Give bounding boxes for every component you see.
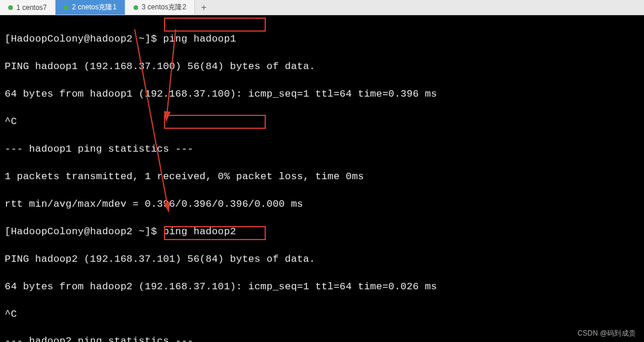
output-line: 64 bytes from hadoop1 (192.168.37.100): … [5,87,639,101]
status-dot-icon [64,5,68,10]
output-line: PING hadoop1 (192.168.37.100) 56(84) byt… [5,60,639,73]
tab-centos7[interactable]: 1 centos7 [0,0,56,15]
tab-bar: 1 centos7 2 cnetos克隆1 3 centos克隆2 + [0,0,644,15]
output-line: ^C [5,307,639,321]
prompt-line: [HadoopColony@hadoop2 ~]$ ping hadoop1 [5,32,639,46]
output-line: 1 packets transmitted, 1 received, 0% pa… [5,170,639,183]
tab-label: 3 centos克隆2 [142,2,186,12]
command-text: ping hadoop1 [163,33,236,45]
tab-label: 1 centos7 [16,4,47,12]
terminal-output[interactable]: [HadoopColony@hadoop2 ~]$ ping hadoop1 P… [0,15,644,342]
command-text: ping hadoop2 [163,226,236,237]
status-dot-icon [8,5,13,10]
output-line: PING hadoop2 (192.168.37.101) 56(84) byt… [5,252,639,266]
tab-centos-clone2[interactable]: 3 centos克隆2 [125,0,195,15]
output-line: 64 bytes from hadoop2 (192.168.37.101): … [5,280,639,293]
new-tab-button[interactable]: + [195,0,213,15]
output-line: --- hadoop1 ping statistics --- [5,142,639,156]
tab-label: 2 cnetos克隆1 [72,2,117,12]
status-dot-icon [133,5,138,10]
plus-icon: + [201,2,206,13]
tab-cnetos-clone1[interactable]: 2 cnetos克隆1 [56,0,125,15]
prompt-line: [HadoopColony@hadoop2 ~]$ ping hadoop2 [5,225,639,238]
watermark-text: CSDN @码到成贵 [577,329,636,338]
output-line: --- hadoop2 ping statistics --- [5,334,639,342]
output-line: rtt min/avg/max/mdev = 0.396/0.396/0.396… [5,197,639,211]
output-line: ^C [5,115,639,128]
